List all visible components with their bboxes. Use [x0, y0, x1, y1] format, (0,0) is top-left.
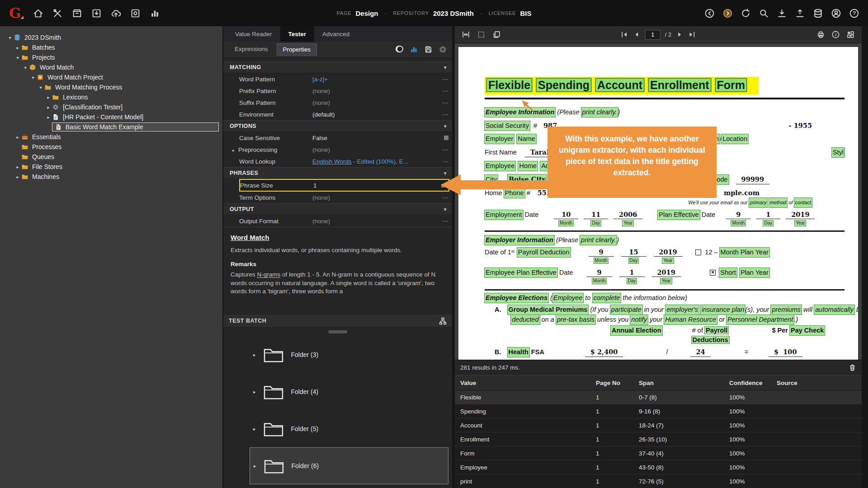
extracted-word[interactable]: deducted — [511, 315, 540, 324]
tree-item-batches[interactable]: ▸Batches — [0, 42, 222, 52]
extracted-word[interactable]: Plan Year — [740, 268, 769, 277]
checkbox-empty-icon[interactable] — [695, 249, 701, 255]
results-row[interactable]: Spending19-16 (8)100% — [455, 404, 862, 418]
extracted-word[interactable]: Personnel Department — [726, 315, 794, 324]
extracted-word[interactable]: employer's — [665, 305, 699, 314]
save-icon[interactable] — [425, 46, 432, 53]
results-column-span[interactable]: Span — [639, 380, 729, 386]
archive-icon[interactable] — [72, 9, 82, 18]
expander-icon[interactable]: ▾ — [6, 35, 14, 40]
property-value[interactable]: 1 — [313, 182, 433, 189]
extracted-word[interactable]: Name — [517, 134, 536, 144]
extracted-word[interactable]: insurance plan — [701, 305, 745, 314]
extracted-word[interactable]: Deductions — [692, 336, 729, 343]
thumbnails-icon[interactable] — [477, 31, 485, 38]
results-row[interactable]: Enrollment126-35 (10)100% — [455, 432, 862, 446]
extracted-word[interactable]: Boise City — [508, 174, 547, 184]
expander-icon[interactable]: ▾ — [29, 75, 37, 80]
ellipsis-button[interactable]: ⋯ — [437, 99, 448, 106]
section-header-matching[interactable]: MATCHING▾ — [223, 61, 452, 73]
results-column-page-no[interactable]: Page No — [596, 380, 639, 386]
tree-item-basic-word-match-example[interactable]: Basic Word Match Example — [0, 122, 222, 132]
expander-icon[interactable]: ▸ — [253, 389, 256, 395]
box-export-icon[interactable] — [131, 9, 140, 18]
extracted-word[interactable]: Human Resource — [664, 315, 717, 324]
expander-icon[interactable]: ▸ — [45, 105, 52, 110]
extracted-word[interactable]: Location — [722, 134, 748, 144]
expander-icon[interactable]: ▸ — [253, 352, 256, 358]
expander-icon[interactable]: ▸ — [14, 135, 21, 140]
extracted-word[interactable]: Payroll — [705, 327, 728, 334]
download-icon[interactable] — [777, 9, 787, 18]
ellipsis-button[interactable]: ⋯ — [437, 146, 448, 153]
results-column-source[interactable]: Source — [777, 380, 862, 386]
property-row-preprocessing[interactable]: ▸Preprocessing(none)⋯ — [239, 144, 452, 155]
box-download-icon[interactable] — [92, 9, 101, 18]
nav-next-icon[interactable] — [676, 31, 684, 38]
extracted-word[interactable]: Employer — [485, 134, 514, 144]
extracted-word[interactable]: Annual Election — [611, 326, 662, 335]
extracted-word[interactable]: automatically — [814, 305, 854, 314]
extracted-word[interactable]: Enrollment — [649, 79, 711, 91]
tree-item-classification-tester[interactable]: ▸[Classification Tester] — [0, 102, 222, 112]
property-row-output-format[interactable]: Output Format(none)⋯ — [239, 215, 452, 227]
expander-icon[interactable]: ▸ — [45, 95, 52, 100]
extracted-word[interactable]: Phone — [504, 188, 525, 198]
property-row-environment[interactable]: Environment(default)⋯ — [239, 108, 452, 120]
property-row-phrase-size[interactable]: Phrase Size1≡ — [239, 179, 449, 192]
property-value[interactable]: (none) — [312, 194, 437, 201]
extracted-word[interactable]: participate — [610, 305, 642, 314]
chart-blue-icon[interactable] — [410, 46, 418, 53]
property-value[interactable]: [a-z]+ — [312, 76, 437, 83]
tree-item-queues[interactable]: Queues — [0, 152, 222, 162]
extracted-word[interactable]: Plan Effective — [658, 210, 699, 220]
extracted-word[interactable]: Employment — [485, 210, 523, 220]
results-column-value[interactable]: Value — [460, 380, 596, 386]
results-row[interactable]: Account118-24 (7)100% — [455, 418, 862, 432]
close-circle-icon[interactable] — [439, 46, 447, 53]
extracted-word[interactable]: Payroll Deduction — [517, 248, 571, 257]
extracted-word[interactable]: Health — [508, 347, 529, 357]
property-row-word-pattern[interactable]: Word Pattern[a-z]+⋯ — [239, 73, 452, 85]
expander-icon[interactable]: ▾ — [22, 65, 29, 70]
results-row[interactable]: Flexible10-7 (8)100% — [455, 390, 862, 404]
extracted-word[interactable]: method — [769, 198, 788, 207]
extracted-word[interactable]: Employer Information — [485, 235, 554, 245]
copy-page-icon[interactable] — [493, 31, 500, 38]
property-value[interactable]: (none) — [312, 99, 437, 106]
info-icon[interactable]: i — [832, 31, 840, 38]
extracted-word[interactable]: premiums — [771, 305, 802, 314]
expander-icon[interactable]: ▸ — [254, 463, 256, 469]
help-icon[interactable]: ? — [849, 9, 859, 18]
extracted-word[interactable]: Employee — [485, 161, 515, 171]
tab-value-reader[interactable]: Value Reader — [227, 26, 280, 42]
extracted-word[interactable]: Spending — [537, 79, 591, 91]
tree-item-file-stores[interactable]: ▸File Stores — [0, 162, 222, 172]
test-batch-folder-folder-5[interactable]: ▸Folder (5) — [250, 410, 448, 447]
property-row-prefix-pattern[interactable]: Prefix Pattern(none)⋯ — [239, 85, 452, 97]
expander-icon[interactable]: ▾ — [14, 55, 21, 60]
results-column-confidence[interactable]: Confidence — [729, 380, 777, 386]
search-icon[interactable] — [759, 9, 769, 18]
extracted-word[interactable]: notify — [630, 315, 648, 324]
extracted-word[interactable]: Social Security — [485, 121, 530, 131]
tree-item-hr-packet-content-model[interactable]: ▸[HR Packet - Content Model] — [0, 112, 222, 122]
extracted-word[interactable]: print clearly. — [581, 108, 618, 117]
section-header-output[interactable]: OUTPUT▾ — [223, 203, 452, 215]
property-value[interactable]: (default) — [312, 111, 437, 118]
subtab-expressions[interactable]: Expressions — [229, 43, 274, 56]
extracted-word[interactable]: Styl — [832, 148, 844, 157]
document-page[interactable]: FlexibleSpendingAccountEnrollmentForm Em… — [458, 47, 858, 360]
property-row-word-lookup[interactable]: Word LookupEnglish Words - Edited (100%)… — [239, 155, 452, 167]
tab-advanced[interactable]: Advanced — [314, 26, 358, 42]
home-icon[interactable] — [33, 9, 43, 18]
extracted-word[interactable]: City — [485, 175, 498, 184]
tab-tester[interactable]: Tester — [280, 26, 315, 42]
scrollbar-thumb[interactable] — [328, 330, 347, 333]
extracted-word[interactable]: Month Plan Year — [720, 248, 769, 257]
ellipsis-button[interactable]: ⋯ — [437, 158, 448, 165]
expander-icon[interactable]: ▸ — [14, 174, 21, 179]
extracted-word[interactable]: Employee Plan Effective — [485, 268, 557, 277]
test-batch-folder-folder-4[interactable]: ▸Folder (4) — [250, 373, 448, 410]
extracted-word[interactable]: Form — [716, 79, 747, 91]
